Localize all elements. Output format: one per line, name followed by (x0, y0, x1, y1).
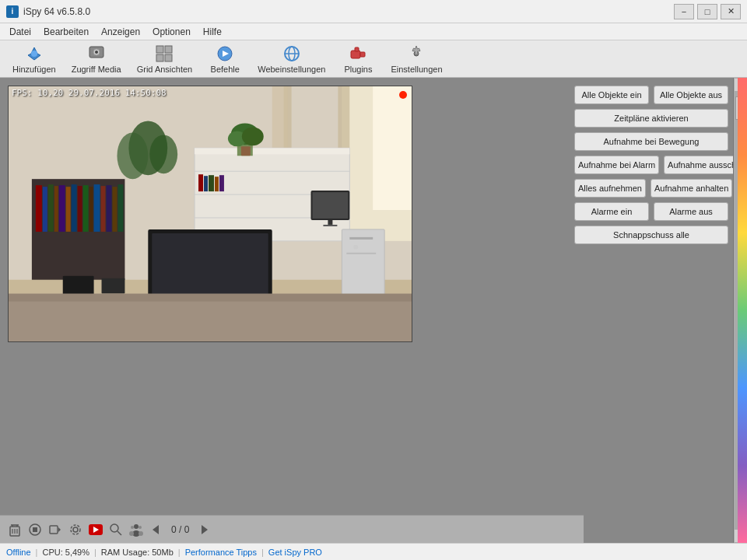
back-arrow-btn[interactable] (148, 521, 165, 538)
svg-rect-59 (107, 185, 112, 232)
aufnahme-bei-alarm-button[interactable]: Aufnahme bei Alarm (574, 156, 659, 174)
toolbar-plugins-label: Plugins (344, 65, 372, 74)
status-bar: Offline | CPU: 5,49% | RAM Usage: 50Mb |… (0, 543, 747, 560)
offline-status[interactable]: Offline (6, 548, 31, 557)
delete-icon-btn[interactable] (6, 521, 23, 538)
menu-optionen[interactable]: Optionen (146, 25, 197, 39)
svg-point-94 (139, 526, 142, 529)
toolbar-einstellungen[interactable]: Einstellungen (384, 43, 448, 75)
toolbar-befehle[interactable]: Befehle (202, 43, 248, 75)
menu-anzeigen[interactable]: Anzeigen (95, 25, 146, 39)
maximize-button[interactable]: □ (697, 4, 717, 19)
action-row-1: Alle Objekte ein Alle Objekte aus (574, 86, 728, 104)
toolbar-webeinstellungen-label: Webeinstellungen (258, 65, 325, 74)
toolbar-zugriff-media-label: Zugriff Media (72, 65, 121, 74)
svg-rect-37 (219, 175, 224, 191)
action-row-2: Zeitpläne aktivieren (574, 109, 728, 128)
svg-rect-51 (59, 185, 65, 232)
svg-rect-61 (117, 184, 123, 232)
action-row-4: Aufnahme bei Alarm Aufnahme ausschalten (574, 156, 728, 174)
alle-objekte-ein-button[interactable]: Alle Objekte ein (574, 86, 649, 104)
svg-rect-30 (312, 192, 348, 219)
app-icon: i (6, 5, 19, 18)
action-row-3: Aufnahme bei Bewegung (574, 132, 728, 151)
svg-rect-72 (9, 294, 412, 302)
action-row-6: Alarme ein Alarme aus (574, 202, 728, 221)
svg-rect-7 (156, 54, 163, 61)
toolbar-einstellungen-label: Einstellungen (391, 65, 442, 74)
svg-rect-70 (102, 278, 125, 294)
status-divider-1: | (36, 548, 38, 557)
svg-point-88 (110, 524, 118, 532)
aufnahme-bei-bewegung-button[interactable]: Aufnahme bei Bewegung (574, 132, 728, 151)
toolbar-webeinstellungen[interactable]: Webeinstellungen (251, 43, 331, 75)
toolbar: Hinzufügen Zugriff Media Grid Ansichten … (0, 40, 747, 78)
svg-rect-68 (346, 253, 376, 254)
svg-rect-34 (204, 176, 208, 191)
perf-tipps-link[interactable]: Performance Tipps (185, 548, 257, 557)
alarme-aus-button[interactable]: Alarme aus (654, 202, 728, 221)
svg-line-89 (117, 531, 121, 535)
youtube-icon-btn[interactable] (87, 521, 104, 538)
svg-marker-96 (153, 525, 159, 534)
svg-rect-82 (50, 526, 58, 534)
alle-objekte-aus-button[interactable]: Alle Objekte aus (654, 86, 728, 104)
aufnahme-anhalten-button[interactable]: Aufnahme anhalten (651, 179, 732, 198)
menu-bearbeiten[interactable]: Bearbeiten (37, 25, 95, 39)
bottom-toolbar: 0 / 0 (0, 515, 584, 543)
svg-rect-5 (156, 46, 163, 53)
svg-rect-81 (33, 527, 37, 532)
svg-rect-52 (66, 187, 71, 232)
menu-datei[interactable]: Datei (3, 25, 37, 39)
svg-rect-36 (215, 177, 219, 191)
menu-bar: Datei Bearbeiten Anzeigen Optionen Hilfe (0, 23, 747, 40)
menu-hilfe[interactable]: Hilfe (197, 25, 228, 39)
svg-rect-54 (78, 186, 82, 232)
status-divider-2: | (94, 548, 96, 557)
svg-rect-25 (195, 148, 349, 154)
svg-point-84 (73, 527, 78, 532)
record-icon-btn[interactable] (47, 521, 64, 538)
svg-rect-49 (48, 184, 54, 232)
toolbar-plugins[interactable]: Plugins (335, 43, 381, 75)
title-bar: i iSpy 64 v6.5.8.0 − □ ✕ (0, 0, 747, 23)
toolbar-grid-ansichten[interactable]: Grid Ansichten (131, 43, 199, 75)
zeitplaene-aktivieren-button[interactable]: Zeitpläne aktivieren (574, 109, 728, 128)
status-divider-4: | (261, 548, 264, 557)
status-divider-3: | (178, 548, 181, 557)
main-area: FPS: 10,20 29.07.2016 14:50:08 (0, 78, 747, 543)
getspy-link[interactable]: Get iSpy PRO (268, 548, 322, 557)
settings-icon-btn[interactable] (67, 521, 84, 538)
forward-arrow-btn[interactable] (195, 521, 212, 538)
fps-overlay: FPS: 10,20 29.07.2016 14:50:08 (12, 88, 167, 98)
svg-rect-20 (373, 86, 412, 210)
search-icon-btn[interactable] (107, 521, 124, 538)
svg-point-93 (129, 531, 134, 536)
toolbar-zugriff-media[interactable]: Zugriff Media (65, 43, 128, 75)
svg-rect-35 (209, 175, 214, 191)
toolbar-hinzufuegen[interactable]: Hinzufügen (6, 43, 62, 75)
svg-rect-8 (165, 54, 172, 61)
window-controls: − □ ✕ (674, 4, 741, 19)
schnappschuss-alle-button[interactable]: Schnappschuss alle (574, 226, 728, 244)
alles-aufnehmen-button[interactable]: Alles aufnehmen (574, 179, 646, 198)
svg-marker-83 (58, 527, 61, 532)
ram-status: RAM Usage: 50Mb (101, 548, 174, 557)
svg-point-41 (242, 127, 264, 145)
action-buttons-panel: Alle Objekte ein Alle Objekte aus Zeitpl… (570, 78, 733, 543)
cpu-status: CPU: 5,49% (42, 548, 89, 557)
action-row-5: Alles aufnehmen Aufnahme anhalten (574, 179, 728, 198)
svg-point-95 (139, 531, 143, 536)
svg-rect-58 (101, 186, 106, 232)
svg-rect-32 (323, 225, 337, 226)
svg-rect-47 (36, 185, 42, 232)
rec-indicator (399, 91, 407, 99)
people-icon-btn[interactable] (128, 521, 145, 538)
close-button[interactable]: ✕ (721, 4, 741, 19)
alarme-ein-button[interactable]: Alarme ein (574, 202, 649, 221)
stop-icon-btn[interactable] (26, 521, 44, 538)
svg-point-44 (117, 132, 148, 179)
svg-rect-15 (360, 52, 365, 57)
minimize-button[interactable]: − (674, 4, 694, 19)
svg-rect-69 (63, 276, 94, 296)
